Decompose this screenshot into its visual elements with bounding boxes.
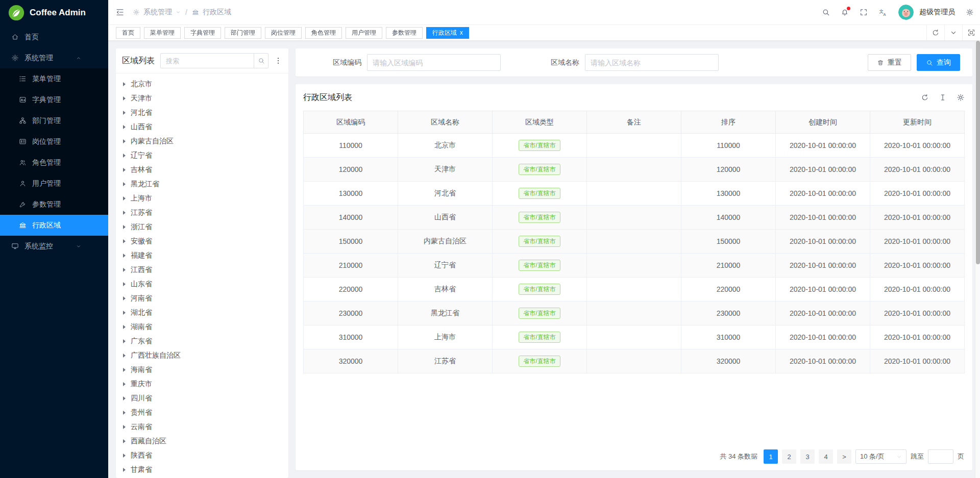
region-code-input[interactable] bbox=[367, 54, 501, 71]
tree-item[interactable]: 安徽省 bbox=[116, 234, 288, 248]
caret-right-icon[interactable] bbox=[123, 354, 126, 358]
page-size-select[interactable]: 10 条/页 bbox=[855, 449, 906, 464]
tree-item[interactable]: 山东省 bbox=[116, 277, 288, 291]
fullscreen-icon[interactable] bbox=[860, 8, 868, 16]
menu-fold-icon[interactable] bbox=[115, 8, 125, 17]
caret-right-icon[interactable] bbox=[123, 82, 126, 86]
caret-right-icon[interactable] bbox=[123, 268, 126, 272]
column-header[interactable]: 更新时间 bbox=[870, 111, 965, 134]
caret-right-icon[interactable] bbox=[123, 325, 126, 329]
tree-item[interactable]: 辽宁省 bbox=[116, 148, 288, 163]
query-button[interactable]: 查询 bbox=[917, 54, 960, 71]
tab-region[interactable]: 行政区域x bbox=[426, 27, 469, 39]
tree-item[interactable]: 浙江省 bbox=[116, 220, 288, 234]
tree-item[interactable]: 广东省 bbox=[116, 334, 288, 348]
tree-item[interactable]: 重庆市 bbox=[116, 377, 288, 391]
sidebar-item-menu[interactable]: 菜单管理 bbox=[0, 68, 108, 89]
tree-item[interactable]: 吉林省 bbox=[116, 163, 288, 177]
caret-right-icon[interactable] bbox=[123, 196, 126, 200]
region-name-input[interactable] bbox=[585, 54, 719, 71]
sidebar-item-system[interactable]: 系统管理 bbox=[0, 47, 108, 68]
tab-maximize-icon[interactable] bbox=[962, 25, 980, 40]
tab-post[interactable]: 岗位管理 bbox=[265, 27, 302, 39]
column-header[interactable]: 排序 bbox=[681, 111, 776, 134]
tree-item[interactable]: 云南省 bbox=[116, 420, 288, 434]
caret-right-icon[interactable] bbox=[123, 225, 126, 229]
table-density-icon[interactable] bbox=[939, 93, 947, 102]
tab-refresh-icon[interactable] bbox=[926, 25, 944, 40]
tree-item[interactable]: 陕西省 bbox=[116, 448, 288, 463]
tab-home[interactable]: 首页 bbox=[116, 27, 140, 39]
tree-item[interactable]: 西藏自治区 bbox=[116, 434, 288, 448]
tree-item[interactable]: 湖南省 bbox=[116, 320, 288, 334]
sidebar-item-home[interactable]: 首页 bbox=[0, 27, 108, 47]
caret-right-icon[interactable] bbox=[123, 368, 126, 372]
table-columns-gear-icon[interactable] bbox=[957, 93, 965, 102]
tab-param[interactable]: 参数管理 bbox=[386, 27, 423, 39]
tree-item[interactable]: 黑龙江省 bbox=[116, 177, 288, 191]
tree-item[interactable]: 广西壮族自治区 bbox=[116, 348, 288, 363]
sidebar-item-monitor[interactable]: 系统监控 bbox=[0, 236, 108, 257]
tree-item[interactable]: 贵州省 bbox=[116, 406, 288, 420]
caret-right-icon[interactable] bbox=[123, 111, 126, 115]
sidebar-item-post[interactable]: 岗位管理 bbox=[0, 131, 108, 152]
caret-right-icon[interactable] bbox=[123, 96, 126, 100]
sidebar-item-region[interactable]: 行政区域 bbox=[0, 215, 108, 236]
caret-right-icon[interactable] bbox=[123, 396, 126, 400]
caret-right-icon[interactable] bbox=[123, 382, 126, 386]
tab-menu[interactable]: 菜单管理 bbox=[144, 27, 181, 39]
tab-department[interactable]: 部门管理 bbox=[225, 27, 261, 39]
caret-right-icon[interactable] bbox=[123, 168, 126, 172]
sidebar-item-role[interactable]: 角色管理 bbox=[0, 152, 108, 173]
jump-page-input[interactable] bbox=[928, 449, 953, 464]
table-refresh-icon[interactable] bbox=[921, 93, 929, 102]
tree-search-input[interactable] bbox=[160, 53, 268, 68]
caret-right-icon[interactable] bbox=[123, 339, 126, 343]
caret-right-icon[interactable] bbox=[123, 454, 126, 458]
tree-item[interactable]: 江西省 bbox=[116, 263, 288, 277]
scrollbar-thumb[interactable] bbox=[976, 41, 980, 264]
caret-right-icon[interactable] bbox=[123, 154, 126, 158]
bell-icon[interactable] bbox=[841, 8, 849, 16]
caret-right-icon[interactable] bbox=[123, 468, 126, 472]
search-icon[interactable] bbox=[822, 8, 830, 16]
caret-right-icon[interactable] bbox=[123, 311, 126, 315]
tree-item[interactable]: 天津市 bbox=[116, 91, 288, 106]
tab-user[interactable]: 用户管理 bbox=[346, 27, 382, 39]
caret-right-icon[interactable] bbox=[123, 425, 126, 429]
tab-role[interactable]: 角色管理 bbox=[305, 27, 342, 39]
tree-item[interactable]: 海南省 bbox=[116, 363, 288, 377]
tab-chevron-down-icon[interactable] bbox=[944, 25, 962, 40]
caret-right-icon[interactable] bbox=[123, 139, 126, 143]
tree-item[interactable]: 四川省 bbox=[116, 391, 288, 406]
page-button-4[interactable]: 4 bbox=[819, 449, 833, 464]
next-page-button[interactable]: > bbox=[837, 449, 851, 464]
tree-item[interactable]: 北京市 bbox=[116, 77, 288, 91]
tree-item[interactable]: 甘肃省 bbox=[116, 463, 288, 477]
sidebar-item-dictionary[interactable]: 字典管理 bbox=[0, 89, 108, 110]
caret-right-icon[interactable] bbox=[123, 282, 126, 286]
tab-dictionary[interactable]: 字典管理 bbox=[184, 27, 221, 39]
column-header[interactable]: 区域类型 bbox=[493, 111, 587, 134]
column-header[interactable]: 备注 bbox=[587, 111, 681, 134]
breadcrumb-parent[interactable]: 系统管理 bbox=[143, 8, 172, 17]
tab-close-icon[interactable]: x bbox=[460, 30, 463, 36]
tree-item[interactable]: 江苏省 bbox=[116, 206, 288, 220]
tree-item[interactable]: 上海市 bbox=[116, 191, 288, 206]
caret-right-icon[interactable] bbox=[123, 439, 126, 443]
tree-item[interactable]: 河南省 bbox=[116, 291, 288, 306]
window-scrollbar[interactable] bbox=[975, 41, 980, 478]
sidebar-item-param[interactable]: 参数管理 bbox=[0, 194, 108, 215]
tree-item[interactable]: 河北省 bbox=[116, 106, 288, 120]
caret-right-icon[interactable] bbox=[123, 296, 126, 300]
column-header[interactable]: 区域名称 bbox=[398, 111, 493, 134]
tree-item[interactable]: 福建省 bbox=[116, 248, 288, 263]
reset-button[interactable]: 重置 bbox=[868, 54, 911, 71]
caret-right-icon[interactable] bbox=[123, 125, 126, 129]
current-user-name[interactable]: 超级管理员 bbox=[919, 8, 955, 17]
column-header[interactable]: 创建时间 bbox=[776, 111, 870, 134]
page-button-1[interactable]: 1 bbox=[764, 449, 778, 464]
tree-item[interactable]: 山西省 bbox=[116, 120, 288, 134]
caret-right-icon[interactable] bbox=[123, 211, 126, 215]
tree-more-dots-icon[interactable] bbox=[274, 57, 282, 65]
